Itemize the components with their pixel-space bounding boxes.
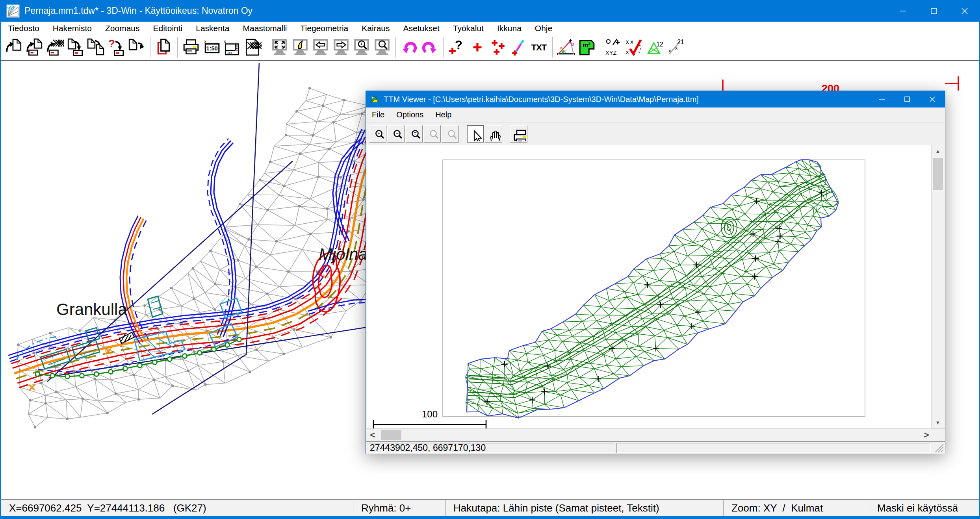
ttm-menu-item-help[interactable]: Help [429,108,457,122]
ttm-scalebar-label: 100 [422,409,438,419]
open-file-icon [5,38,23,56]
line-points-button[interactable]: x21x [665,37,685,57]
save-file-icon [66,38,84,56]
close-button[interactable] [949,0,980,22]
ttm-zoom-in-button[interactable]: + [369,125,386,143]
add-point-icon [468,38,486,56]
print-button[interactable] [181,37,201,57]
ttm-minimize-button[interactable] [869,91,895,108]
print-icon [182,38,200,56]
calc-xyz-button[interactable]: XYZ [603,37,624,57]
menu-item-zoomaus[interactable]: Zoomaus [98,22,147,35]
svg-text:x x: x x [626,39,633,45]
save-query-icon: ? [107,38,125,56]
scroll-down-icon[interactable]: ▼ [932,417,944,428]
export-file-button[interactable] [126,37,147,57]
ttm-map-area[interactable]: 100 [367,145,932,428]
menu-item-laskenta[interactable]: Laskenta [189,22,236,35]
format-page-button[interactable] [242,37,263,57]
ttm-status-extra [616,443,931,453]
scale-1-50-icon: x̄1:50 [202,38,221,56]
toolbar-separator [600,37,600,57]
undo-button[interactable] [399,37,419,57]
svg-text:x̄: x̄ [204,39,206,44]
zoom-in-button[interactable]: + [351,37,372,57]
svg-text:−: − [395,131,398,136]
menu-item-ty-kalut[interactable]: Työkalut [446,22,490,35]
svg-text:12: 12 [656,41,663,48]
undo-icon [400,38,418,56]
open-file-button[interactable] [4,37,24,57]
minimize-button[interactable] [888,0,919,22]
menu-item-editointi[interactable]: Editointi [147,22,189,35]
svg-text:+: + [377,131,380,136]
zoom-out-button[interactable]: − [372,37,392,57]
redo-button[interactable] [419,37,440,57]
menu-item-asetukset[interactable]: Asetukset [397,22,446,35]
menu-item-ohje[interactable]: Ohje [528,22,559,35]
menu-item-kairaus[interactable]: Kairaus [355,22,396,35]
window-bottom-edge [0,516,980,519]
menu-item-ikkuna[interactable]: Ikkuna [490,22,528,35]
menu-item-maastomalli[interactable]: Maastomalli [236,22,293,35]
menu-item-tiegeometria[interactable]: Tiegeometria [294,22,355,35]
ttm-print-button[interactable] [510,125,527,143]
ttm-zoom-out-button[interactable]: − [387,125,405,143]
calc-area-icon: m² [577,38,596,56]
window-title: Pernaja.mm1.tdw* - 3D-Win - Käyttöoikeus… [24,6,252,16]
open-format-button[interactable] [45,37,65,57]
save-as-button[interactable] [85,37,106,57]
ttm-close-button[interactable] [920,91,945,108]
ttm-window-title: TTM Viewer - [C:\Users\petri.kaihia\Docu… [384,95,699,104]
scroll-up-icon[interactable]: ▲ [932,145,944,157]
ttm-pan-button[interactable] [485,125,502,143]
scroll-left-icon[interactable]: < [367,429,379,441]
ttm-horizontal-scrollbar[interactable]: < > [367,428,945,441]
add-points-button[interactable] [488,37,508,57]
calc-area-button[interactable]: m² [576,37,597,57]
ttm-zoom-prev-icon [425,126,440,141]
copy-document-button[interactable] [154,37,174,57]
zoom-object-button[interactable] [290,37,310,57]
ttm-zoom-fit-button[interactable]: = [405,125,423,143]
triangle-model-button[interactable]: 12 [644,37,665,57]
calc-angle-icon: ABα [557,38,575,56]
ttm-zoom-next-button [442,125,459,143]
check-points-button[interactable]: x xx [624,37,644,57]
ttm-maximize-button[interactable] [895,91,920,108]
ttm-menu-item-options[interactable]: Options [390,108,429,122]
maximize-button[interactable] [919,0,949,22]
find-point-icon: ? [448,38,466,56]
zoom-out-icon: − [373,38,391,56]
menu-item-hakemisto[interactable]: Hakemisto [46,22,98,35]
scale-1-50-button[interactable]: x̄1:50 [201,37,222,57]
scroll-right-icon[interactable]: > [921,429,932,441]
find-point-button[interactable]: ? [447,37,467,57]
save-query-button[interactable]: ? [106,37,126,57]
svg-text:+: + [360,41,363,47]
map-label-grankulla: Grankulla [56,300,127,319]
svg-text:x: x [626,49,629,55]
save-file-button[interactable] [65,37,85,57]
svg-text:B: B [563,49,566,54]
ttm-map-canvas[interactable]: 100 [367,145,932,428]
add-point-button[interactable] [467,37,488,57]
ttm-vertical-scrollbar[interactable]: ▲ ▼ [931,145,944,428]
page-setup-button[interactable]: x̄1xx [222,37,242,57]
menu-item-tiedosto[interactable]: Tiedosto [1,22,46,35]
ttm-resize-grip[interactable] [933,443,944,453]
open-format-icon [46,38,64,56]
text-tool-button[interactable]: TXT [529,37,549,57]
ttm-select-button[interactable] [467,125,484,143]
redo-icon [421,38,439,56]
toolbar-separator [150,37,150,57]
ttm-menu-item-file[interactable]: File [366,108,390,122]
vscroll-thumb[interactable] [933,158,943,190]
hscroll-thumb[interactable] [381,430,401,440]
view-next-button[interactable] [331,37,351,57]
zoom-extents-button[interactable] [269,37,290,57]
edit-line-button[interactable] [508,37,529,57]
view-previous-button[interactable] [310,37,331,57]
open-file-options-button[interactable] [24,37,45,57]
calc-angle-button[interactable]: ABα [556,37,576,57]
